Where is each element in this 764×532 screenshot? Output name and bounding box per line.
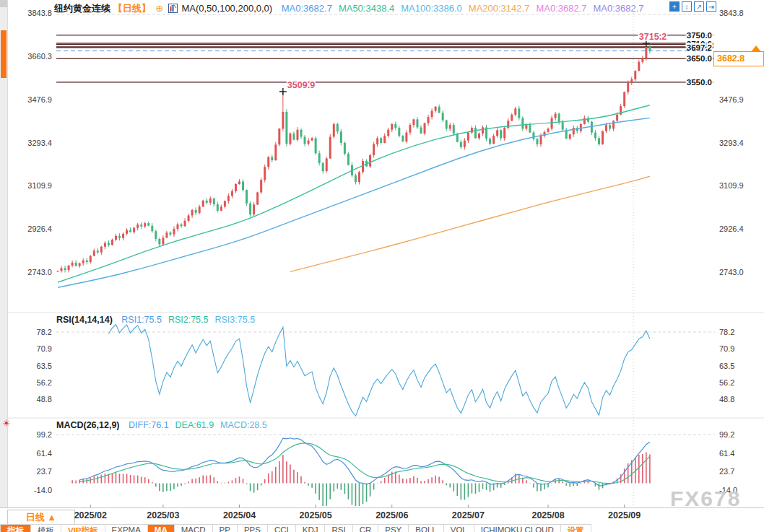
trading-app: 3843.83843.83660.33660.33476.93476.93293… xyxy=(0,0,764,532)
chart-toolbar: +↕↗⇥ xyxy=(669,1,716,12)
candle-body xyxy=(376,138,378,144)
candle-body xyxy=(427,117,430,123)
axis-tick-label: 3843.8 xyxy=(27,9,52,17)
candle-body xyxy=(206,201,208,203)
candle-body xyxy=(118,236,121,238)
tab-模板[interactable]: 模板 xyxy=(31,525,61,532)
tab-PPS[interactable]: PPS xyxy=(238,525,268,532)
candle-body xyxy=(151,226,153,232)
tab-MA[interactable]: MA xyxy=(148,525,175,532)
candle-body xyxy=(213,199,215,204)
axis-tick-label: 63.5 xyxy=(719,362,734,370)
axis-tick-label: 23.7 xyxy=(37,467,52,476)
compare-add-icon[interactable]: ⊕ xyxy=(155,3,163,14)
axis-scale-icon[interactable]: ↗ xyxy=(694,1,704,12)
candle-body xyxy=(435,107,437,111)
candle-body xyxy=(605,125,607,131)
axis-tick-label: 3476.9 xyxy=(27,95,52,104)
tab-BOLL[interactable]: BOLL xyxy=(409,525,443,532)
candle-body xyxy=(140,224,142,227)
candle-body xyxy=(529,125,531,132)
axis-zoom-icon[interactable]: ↕ xyxy=(682,1,692,12)
candle-body xyxy=(492,136,495,144)
candle-body xyxy=(176,224,178,229)
indicator-chart-icon[interactable] xyxy=(168,4,178,15)
candle-body xyxy=(482,127,484,133)
candle-body xyxy=(446,121,448,129)
tab-指标[interactable]: 指标 xyxy=(0,525,31,532)
tab-设置[interactable]: 设置 xyxy=(561,525,591,532)
candle-body xyxy=(496,130,498,136)
candle-body xyxy=(329,136,331,158)
candle-body xyxy=(562,122,564,129)
tab-VOL[interactable]: VOL xyxy=(444,525,474,532)
axis-tick-label: 48.8 xyxy=(719,395,734,404)
tab-PSY[interactable]: PSY xyxy=(378,525,409,532)
axis-tick-label: 70.9 xyxy=(37,344,52,353)
candle-body xyxy=(630,79,633,83)
candle-body xyxy=(126,230,128,234)
sidebar-scroll-indicator[interactable] xyxy=(1,30,6,78)
chart-canvas[interactable]: 3843.83843.83660.33660.33476.93476.93293… xyxy=(0,0,764,532)
tab-CR[interactable]: CR xyxy=(353,525,379,532)
candle-body xyxy=(90,256,92,262)
candle-body xyxy=(249,204,251,214)
candle-body xyxy=(638,62,640,71)
candle-body xyxy=(169,232,171,235)
candle-body xyxy=(315,138,317,153)
candle-body xyxy=(489,139,491,144)
macd-values-item: MACD:28.5 xyxy=(220,420,267,430)
candle-body xyxy=(383,136,386,143)
tab-PP[interactable]: PP xyxy=(213,525,238,532)
candle-body xyxy=(602,131,604,144)
candle-body xyxy=(242,181,244,190)
rsi-values-item: RSI3:75.5 xyxy=(215,315,256,325)
tab-ICHIMOKU CLOUD[interactable]: ICHIMOKU CLOUD xyxy=(474,525,561,532)
detach-icon[interactable]: ⇥ xyxy=(706,1,716,12)
tab-KDJ[interactable]: KDJ xyxy=(296,525,326,532)
candle-body xyxy=(503,128,505,138)
rsi-values-item: RSI2:75.5 xyxy=(168,315,209,325)
candle-body xyxy=(453,125,455,134)
candle-body xyxy=(289,134,291,144)
tab-VIP指标[interactable]: VIP指标 xyxy=(61,525,105,532)
brightness-icon[interactable]: ☀ xyxy=(2,418,11,429)
ma-values: MA0:3682.7MA50:3438.4MA100:3386.0MA200:3… xyxy=(275,3,644,14)
candle-body xyxy=(217,204,219,211)
month-label: 2025/03 xyxy=(138,510,188,520)
candle-body xyxy=(569,134,571,139)
candle-body xyxy=(64,268,66,270)
candle-body xyxy=(253,204,255,214)
candle-body xyxy=(191,210,194,216)
axis-tick-label: 70.9 xyxy=(719,344,734,353)
candle-body xyxy=(158,239,160,245)
indicator-tabbar: 指标模板VIP指标EXPMAMAMACDPPPPSCCIKDJRSICRPSYB… xyxy=(0,524,591,532)
month-label: 2025/07 xyxy=(443,510,493,520)
candle-body xyxy=(57,271,59,271)
candle-body xyxy=(438,107,440,113)
candle-body xyxy=(380,138,382,143)
candle-body xyxy=(188,215,190,221)
candle-body xyxy=(231,191,233,196)
tab-EXPMA[interactable]: EXPMA xyxy=(105,525,148,532)
candle-body xyxy=(551,118,553,128)
level-label: 3650.0 xyxy=(687,54,712,63)
candle-body xyxy=(398,128,400,136)
tab-RSI[interactable]: RSI xyxy=(325,525,352,532)
candle-body xyxy=(424,123,426,134)
axis-tick-label: 3476.9 xyxy=(719,95,744,104)
candle-body xyxy=(591,122,593,133)
candle-body xyxy=(162,237,164,244)
tab-MACD[interactable]: MACD xyxy=(175,525,213,532)
axis-tick-label: 2743.0 xyxy=(27,268,52,276)
candle-body xyxy=(195,210,197,213)
candle-body xyxy=(525,125,527,128)
candle-body xyxy=(369,155,371,167)
left-sidebar xyxy=(0,0,8,507)
candle-body xyxy=(82,261,84,263)
pan-icon[interactable]: + xyxy=(669,1,680,12)
candle-body xyxy=(431,111,433,117)
candle-body xyxy=(598,138,600,144)
tab-CCI[interactable]: CCI xyxy=(268,525,296,532)
candle-body xyxy=(61,268,63,271)
